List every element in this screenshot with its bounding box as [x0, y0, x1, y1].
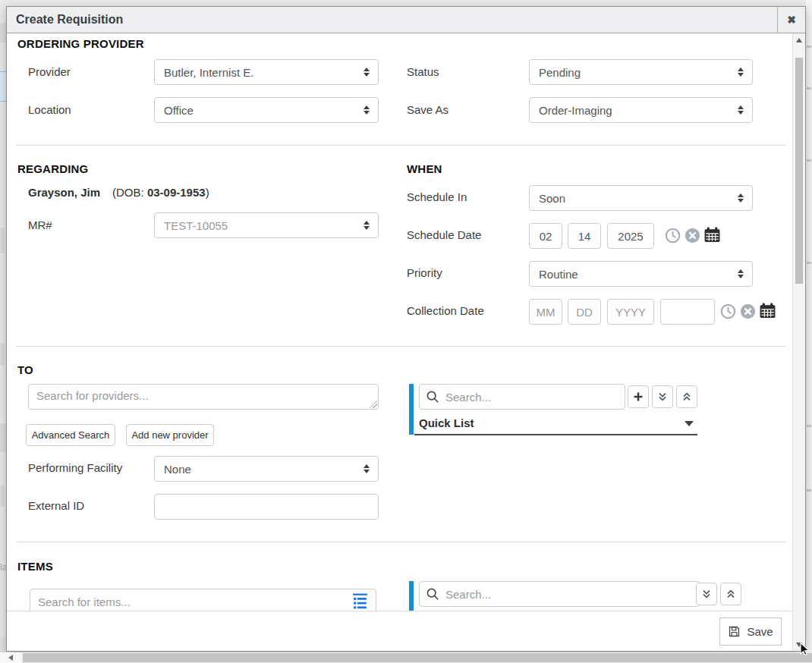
save-as-label: Save As — [407, 103, 448, 116]
to-quick-search-input[interactable] — [419, 384, 625, 410]
double-chevron-down-icon — [700, 588, 713, 600]
close-button[interactable]: ✖ — [777, 7, 805, 33]
schedule-in-select[interactable]: Soon — [529, 185, 753, 211]
collection-day-input[interactable] — [568, 299, 601, 325]
collection-year-input[interactable] — [607, 299, 654, 325]
clear-date-icon[interactable] — [685, 228, 700, 244]
calendar-icon[interactable] — [703, 226, 721, 244]
location-select[interactable]: Office — [154, 97, 379, 123]
schedule-in-label: Schedule In — [407, 190, 467, 203]
double-chevron-down-icon — [656, 391, 669, 403]
quick-list-caret-icon[interactable] — [685, 421, 694, 426]
triangle-down-icon — [796, 643, 802, 647]
collection-date-label: Collection Date — [407, 304, 484, 317]
mr-label: MR# — [28, 218, 52, 231]
clear-date-icon[interactable] — [740, 303, 756, 319]
resize-grip[interactable] — [370, 401, 377, 408]
accent-bar — [409, 581, 414, 611]
quick-list-header[interactable]: Quick List — [419, 416, 474, 429]
regarding-heading: REGARDING — [17, 162, 88, 175]
priority-select[interactable]: Routine — [529, 261, 753, 287]
scroll-left-button[interactable] — [0, 652, 21, 663]
updown-caret-icon — [364, 221, 370, 230]
patient-info: Grayson, Jim (DOB: 03-09-1953) — [28, 186, 209, 199]
expand-all-button[interactable] — [652, 385, 673, 408]
double-chevron-up-icon — [681, 391, 693, 403]
background-artifact — [0, 343, 5, 366]
schedule-month-input[interactable] — [529, 223, 562, 249]
add-provider-list-button[interactable] — [628, 385, 649, 408]
location-select-value: Office — [164, 104, 194, 117]
priority-select-value: Routine — [539, 268, 578, 281]
vertical-scrollbar-thumb[interactable] — [795, 58, 803, 284]
external-id-label: External ID — [28, 499, 84, 512]
section-divider — [16, 145, 786, 146]
updown-caret-icon — [364, 464, 370, 473]
vertical-scrollbar[interactable] — [792, 33, 805, 651]
clock-icon[interactable] — [665, 228, 681, 244]
items-search-input[interactable] — [30, 589, 376, 611]
patient-name: Grayson, Jim — [28, 186, 100, 199]
updown-caret-icon — [738, 269, 744, 278]
updown-caret-icon — [364, 105, 370, 115]
to-quick-search — [419, 384, 625, 410]
dialog-footer: Save — [7, 611, 792, 651]
scroll-up-button[interactable] — [793, 33, 805, 46]
close-icon: ✖ — [787, 14, 796, 26]
updown-caret-icon — [738, 193, 744, 203]
performing-facility-label: Performing Facility — [28, 461, 122, 474]
background-artifact — [806, 0, 812, 663]
background-artifact — [0, 485, 5, 507]
schedule-date-label: Schedule Date — [407, 228, 481, 241]
updown-caret-icon — [364, 68, 370, 77]
ordering-provider-heading: ORDERING PROVIDER — [17, 37, 144, 50]
expand-all-button[interactable] — [696, 583, 717, 605]
status-select-value: Pending — [539, 66, 581, 79]
quick-list-underline — [414, 434, 697, 435]
to-heading: TO — [17, 363, 33, 376]
save-button-label: Save — [747, 625, 773, 638]
clock-icon[interactable] — [720, 303, 736, 319]
background-artifact — [0, 23, 6, 42]
items-quick-search-input[interactable] — [419, 581, 700, 607]
performing-facility-select-value: None — [164, 463, 191, 476]
dialog-body: ORDERING PROVIDER Provider Butler, Inter… — [7, 33, 792, 651]
scroll-down-button[interactable] — [793, 638, 805, 651]
items-quick-search — [419, 581, 700, 607]
section-divider — [16, 542, 786, 542]
mr-select-value: TEST-10055 — [164, 219, 228, 232]
horizontal-scrollbar-thumb[interactable] — [23, 653, 812, 662]
status-label: Status — [407, 65, 439, 78]
background-artifact — [0, 228, 5, 253]
collection-month-input[interactable] — [529, 299, 562, 325]
list-icon[interactable] — [351, 592, 370, 611]
provider-label: Provider — [28, 65, 71, 78]
save-as-select[interactable]: Order-Imaging — [529, 97, 753, 123]
save-icon — [728, 625, 741, 638]
collection-time-input[interactable] — [660, 299, 715, 325]
external-id-input[interactable] — [154, 494, 379, 520]
items-heading: ITEMS — [17, 560, 53, 573]
save-button[interactable]: Save — [719, 617, 782, 646]
triangle-left-icon — [8, 655, 13, 661]
collapse-all-button[interactable] — [720, 583, 741, 605]
patient-dob: (DOB: 03-09-1953) — [112, 186, 209, 199]
priority-label: Priority — [407, 266, 442, 279]
status-select[interactable]: Pending — [529, 59, 753, 85]
schedule-year-input[interactable] — [607, 223, 654, 249]
location-label: Location — [28, 103, 71, 116]
updown-caret-icon — [738, 68, 744, 77]
performing-facility-select[interactable]: None — [154, 456, 379, 482]
advanced-search-button[interactable]: Advanced Search — [26, 424, 115, 446]
dialog-scroll-area: ORDERING PROVIDER Provider Butler, Inter… — [7, 33, 792, 611]
collapse-all-button[interactable] — [676, 385, 697, 408]
mr-select[interactable]: TEST-10055 — [154, 212, 379, 238]
horizontal-scrollbar[interactable] — [0, 652, 812, 663]
schedule-day-input[interactable] — [568, 223, 601, 249]
add-new-provider-button[interactable]: Add new provider — [126, 424, 214, 446]
calendar-icon[interactable] — [759, 302, 776, 319]
provider-select[interactable]: Butler, Internist E. — [154, 59, 379, 85]
section-divider — [16, 346, 786, 347]
when-heading: WHEN — [407, 162, 442, 175]
provider-search-textarea[interactable] — [28, 384, 379, 410]
